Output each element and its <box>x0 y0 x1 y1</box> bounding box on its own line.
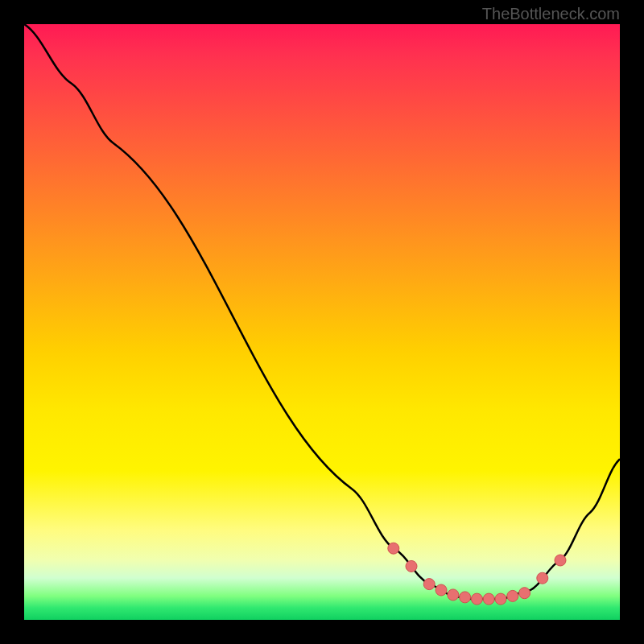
data-markers-group <box>388 543 566 605</box>
data-point-marker <box>537 572 548 584</box>
bottleneck-curve <box>24 24 620 599</box>
chart-area <box>24 24 620 620</box>
data-point-marker <box>388 543 399 554</box>
data-point-marker <box>460 592 471 603</box>
data-point-marker <box>495 593 506 605</box>
chart-svg <box>24 24 620 620</box>
data-point-marker <box>448 589 459 601</box>
data-point-marker <box>555 555 566 566</box>
data-point-marker <box>436 584 447 596</box>
watermark-text: TheBottleneck.com <box>482 5 620 23</box>
data-point-marker <box>507 590 518 601</box>
data-point-marker <box>471 593 482 605</box>
data-point-marker <box>406 560 417 572</box>
data-point-marker <box>483 593 494 605</box>
data-point-marker <box>423 579 435 590</box>
data-point-marker <box>519 588 530 599</box>
